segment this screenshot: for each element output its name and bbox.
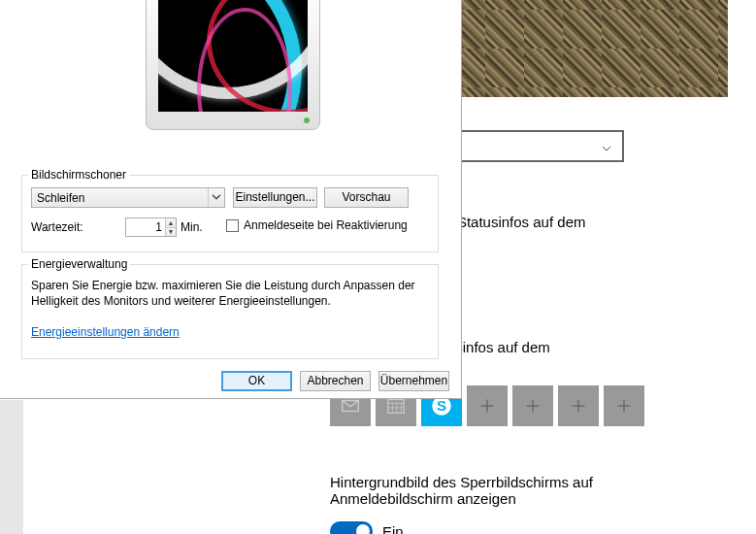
tile-add-3[interactable] xyxy=(558,385,599,426)
spin-down-icon[interactable]: ▼ xyxy=(166,228,176,237)
chevron-down-icon xyxy=(208,188,224,207)
tile-add-1[interactable] xyxy=(467,385,508,426)
screensaver-group-label: Bildschirmschoner xyxy=(28,168,129,182)
settings-button[interactable]: Einstellungen... xyxy=(233,187,317,208)
energy-group-label: Energieverwaltung xyxy=(28,257,130,271)
energy-settings-link[interactable]: Energieeinstellungen ändern xyxy=(31,325,180,339)
tile-add-2[interactable] xyxy=(512,385,553,426)
wait-label: Wartezeit: xyxy=(31,220,83,234)
ok-button[interactable]: OK xyxy=(221,371,292,391)
screensaver-group: Bildschirmschoner Schleifen Einstellunge… xyxy=(21,175,439,252)
spin-up-icon[interactable]: ▲ xyxy=(166,218,176,228)
energy-description: Sparen Sie Energie bzw. maximieren Sie d… xyxy=(31,279,429,309)
screensaver-preview-monitor xyxy=(146,0,320,133)
screensaver-dialog: Bildschirmschoner Schleifen Einstellunge… xyxy=(0,0,462,399)
minutes-label: Min. xyxy=(181,220,203,234)
apply-button[interactable]: Übernehmen xyxy=(378,371,449,391)
toggle-label: Ein xyxy=(382,523,404,535)
svg-text:S: S xyxy=(437,397,446,414)
show-on-signin-toggle[interactable] xyxy=(330,521,373,534)
cancel-button[interactable]: Abbrechen xyxy=(300,371,371,391)
checkbox-box xyxy=(226,219,239,232)
tile-add-4[interactable] xyxy=(604,385,644,426)
logon-checkbox-label: Anmeldeseite bei Reaktivierung xyxy=(244,218,408,232)
logon-checkbox[interactable]: Anmeldeseite bei Reaktivierung xyxy=(226,218,408,232)
screensaver-select[interactable]: Schleifen xyxy=(31,187,225,208)
chevron-down-icon xyxy=(601,141,612,152)
side-panel xyxy=(0,400,23,534)
energy-group: Energieverwaltung Sparen Sie Energie bzw… xyxy=(21,264,439,359)
screensaver-select-value: Schleifen xyxy=(32,191,84,205)
show-on-signin-label: Hintergrundbild des Sperrbildschirms auf… xyxy=(330,474,718,507)
wait-input[interactable] xyxy=(126,218,165,236)
preview-button[interactable]: Vorschau xyxy=(324,187,409,208)
wait-spinbox[interactable]: ▲ ▼ xyxy=(125,217,177,237)
